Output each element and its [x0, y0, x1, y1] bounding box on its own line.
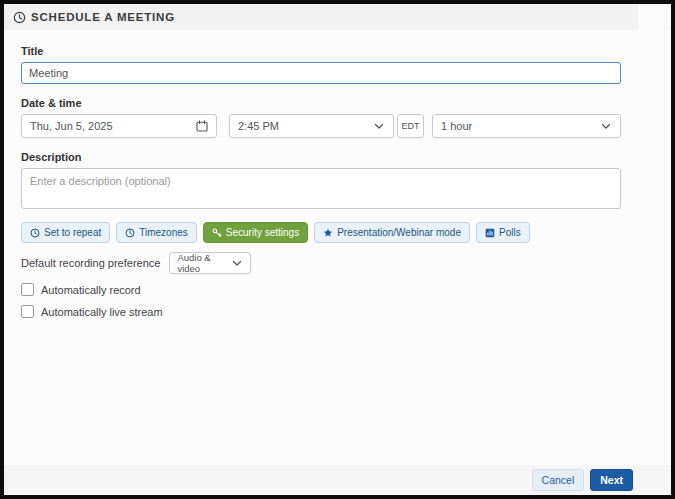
- key-icon: [212, 228, 222, 238]
- dialog-footer: Cancel Next: [4, 465, 671, 495]
- calendar-icon[interactable]: [196, 120, 208, 132]
- clock-icon: [125, 228, 135, 238]
- chevron-down-icon: [600, 120, 612, 132]
- chevron-down-icon: [373, 120, 385, 132]
- pill-label: Timezones: [139, 227, 188, 238]
- date-input[interactable]: Thu, Jun 5, 2025: [21, 114, 217, 138]
- automatically-live-stream-checkbox[interactable]: [21, 305, 34, 318]
- datetime-label: Date & time: [21, 97, 621, 109]
- dialog-title: SCHEDULE A MEETING: [31, 11, 175, 23]
- star-icon: [323, 228, 333, 238]
- chevron-down-icon: [231, 257, 243, 269]
- recording-preference-row: Default recording preference Audio & vid…: [21, 252, 621, 274]
- dialog-body: Title Date & time Thu, Jun 5, 2025 2:45 …: [4, 30, 671, 465]
- polls-button[interactable]: Polls: [476, 222, 530, 243]
- header-gap: [638, 4, 671, 30]
- pill-label: Security settings: [226, 227, 299, 238]
- next-button[interactable]: Next: [590, 469, 633, 491]
- set-to-repeat-button[interactable]: Set to repeat: [21, 222, 110, 243]
- automatically-live-stream-row[interactable]: Automatically live stream: [21, 305, 621, 318]
- title-label: Title: [21, 45, 621, 57]
- recording-preference-value: Audio & video: [177, 252, 231, 274]
- recording-preference-select[interactable]: Audio & video: [169, 252, 251, 274]
- time-select[interactable]: 2:45 PM: [229, 114, 394, 138]
- presentation-webinar-mode-button[interactable]: Presentation/Webinar mode: [314, 222, 470, 243]
- automatically-record-row[interactable]: Automatically record: [21, 283, 621, 296]
- clock-icon: [13, 11, 26, 24]
- dialog-header-bar: SCHEDULE A MEETING: [4, 4, 638, 30]
- automatically-record-checkbox[interactable]: [21, 283, 34, 296]
- pill-label: Set to repeat: [44, 227, 101, 238]
- dialog-header: SCHEDULE A MEETING: [4, 4, 671, 30]
- time-value: 2:45 PM: [238, 120, 279, 132]
- security-settings-button[interactable]: Security settings: [203, 222, 308, 243]
- description-textarea[interactable]: [21, 168, 621, 209]
- schedule-meeting-dialog: SCHEDULE A MEETING Title Date & time Thu…: [0, 0, 675, 499]
- description-label: Description: [21, 151, 621, 163]
- cancel-button[interactable]: Cancel: [532, 469, 585, 491]
- poll-icon: [485, 228, 495, 238]
- clock-icon: [30, 228, 40, 238]
- timezones-button[interactable]: Timezones: [116, 222, 197, 243]
- checkbox-label: Automatically record: [41, 284, 141, 296]
- title-input[interactable]: [21, 62, 621, 84]
- duration-select[interactable]: 1 hour: [432, 114, 621, 138]
- meeting-options-row: Set to repeat Timezones Security setting…: [21, 222, 621, 243]
- duration-value: 1 hour: [441, 120, 472, 132]
- pill-label: Polls: [499, 227, 521, 238]
- datetime-row: Thu, Jun 5, 2025 2:45 PM EDT 1 hour: [21, 114, 621, 138]
- date-value: Thu, Jun 5, 2025: [30, 120, 113, 132]
- pill-label: Presentation/Webinar mode: [337, 227, 461, 238]
- recording-preference-label: Default recording preference: [21, 257, 160, 269]
- timezone-button[interactable]: EDT: [397, 114, 424, 138]
- checkbox-label: Automatically live stream: [41, 306, 163, 318]
